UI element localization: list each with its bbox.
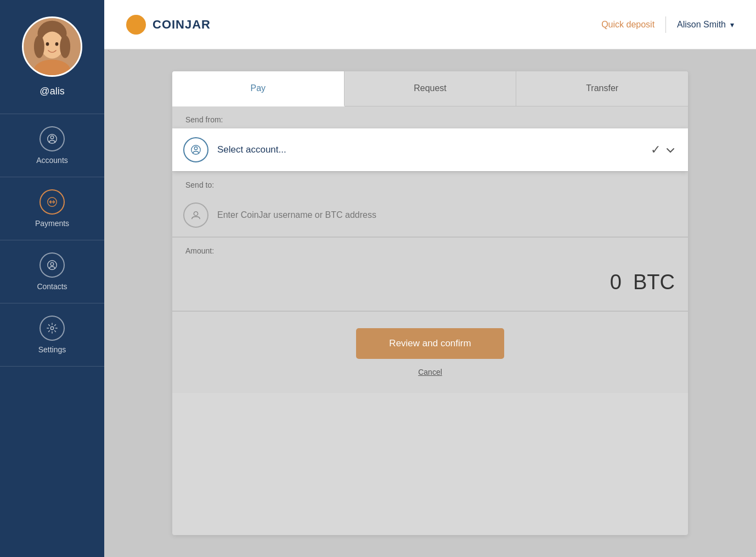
svg-point-6: [55, 42, 59, 46]
svg-point-5: [46, 42, 49, 46]
logo-icon: [126, 15, 146, 35]
header: COINJAR Quick deposit Alison Smith ▾: [104, 0, 756, 49]
svg-point-11: [48, 261, 57, 270]
main-area: COINJAR Quick deposit Alison Smith ▾ Pay…: [104, 0, 756, 557]
account-circle-icon: [183, 137, 208, 162]
amount-section: Amount: 0 BTC: [172, 238, 688, 312]
quick-deposit-link[interactable]: Quick deposit: [601, 20, 655, 30]
tabs: Pay Request Transfer: [172, 71, 688, 106]
select-account-text: Select account...: [217, 144, 651, 155]
select-account-dropdown[interactable]: Select account... ✓: [172, 128, 688, 171]
review-confirm-button[interactable]: Review and confirm: [356, 328, 504, 359]
cancel-link[interactable]: Cancel: [418, 368, 442, 376]
svg-point-12: [50, 262, 54, 266]
send-from-section: Send from: Select account... ✓: [172, 106, 688, 172]
settings-icon: [40, 316, 65, 341]
amount-label: Amount:: [172, 238, 688, 260]
payments-icon: [40, 189, 65, 215]
amount-display: 0 BTC: [172, 260, 688, 311]
content-area: Pay Request Transfer Send from:: [104, 49, 756, 557]
tab-request[interactable]: Request: [345, 71, 517, 106]
sidebar-username: @alis: [40, 86, 64, 97]
user-menu[interactable]: Alison Smith ▾: [677, 20, 734, 30]
send-to-row: [172, 194, 688, 237]
logo: COINJAR: [126, 15, 211, 35]
send-to-input[interactable]: [217, 210, 677, 220]
svg-point-4: [60, 35, 70, 58]
svg-point-15: [194, 147, 198, 150]
sidebar-label-payments: Payments: [35, 219, 69, 228]
contacts-icon: [40, 252, 65, 278]
send-from-label: Send from:: [172, 106, 688, 128]
sidebar-label-settings: Settings: [38, 345, 66, 354]
avatar: [22, 16, 82, 77]
sidebar-item-payments[interactable]: Payments: [0, 177, 104, 240]
pay-card: Pay Request Transfer Send from:: [172, 71, 688, 535]
chevron-down-icon: ✓: [651, 143, 677, 157]
tab-pay[interactable]: Pay: [172, 71, 345, 106]
amount-value: 0 BTC: [610, 271, 675, 294]
svg-point-13: [50, 327, 54, 330]
svg-point-3: [34, 35, 44, 58]
sidebar-item-settings[interactable]: Settings: [0, 303, 104, 367]
sidebar-item-contacts[interactable]: Contacts: [0, 240, 104, 303]
sidebar-label-accounts: Accounts: [36, 156, 68, 165]
user-name: Alison Smith: [677, 20, 726, 30]
svg-point-9: [50, 136, 54, 139]
sidebar-item-accounts[interactable]: Accounts: [0, 114, 104, 177]
button-area: Review and confirm Cancel: [172, 312, 688, 393]
accounts-icon: [40, 126, 65, 151]
send-to-section: Send to:: [172, 172, 688, 238]
send-to-label: Send to:: [172, 172, 688, 194]
sidebar-label-contacts: Contacts: [37, 282, 67, 291]
logo-text: COINJAR: [153, 18, 211, 32]
svg-point-16: [194, 212, 198, 216]
header-divider: [665, 16, 666, 33]
sidebar: @alis Accounts Payments: [0, 0, 104, 557]
chevron-down-icon: ▾: [730, 20, 734, 29]
tab-transfer[interactable]: Transfer: [516, 71, 688, 106]
recipient-icon: [183, 202, 208, 228]
